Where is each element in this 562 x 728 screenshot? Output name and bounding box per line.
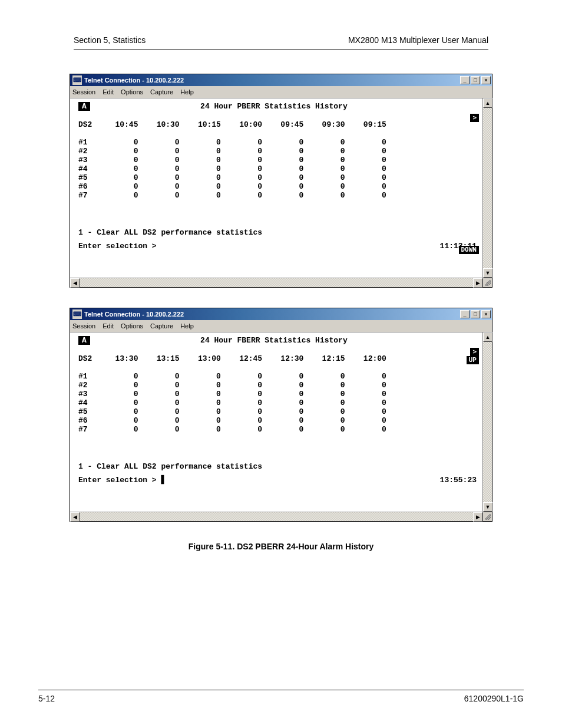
menu-options[interactable]: Options bbox=[121, 88, 143, 95]
close-button[interactable]: × bbox=[481, 76, 491, 84]
clear-stats-option[interactable]: 1 - Clear ALL DS2 performance statistics bbox=[78, 228, 477, 237]
telnet-window-2: ⌨ Telnet Connection - 10.200.2.222 _ □ ×… bbox=[70, 308, 492, 522]
maximize-button[interactable]: □ bbox=[471, 76, 480, 84]
c12: 0 bbox=[216, 147, 221, 156]
d23: 0 bbox=[257, 390, 262, 398]
vscroll-track[interactable] bbox=[483, 108, 492, 268]
horizontal-scrollbar[interactable]: ◀ ▶ bbox=[70, 512, 482, 521]
hscroll-track[interactable] bbox=[80, 512, 473, 521]
selection-prompt[interactable]: Enter selection > bbox=[78, 242, 157, 251]
c10: 0 bbox=[134, 147, 138, 156]
col-1: 13:15 bbox=[157, 354, 180, 363]
terminal[interactable]: A 24 Hour FBERR Statistics History > UP … bbox=[70, 332, 482, 512]
c56: 0 bbox=[382, 182, 386, 191]
d63: 0 bbox=[257, 425, 262, 434]
c05: 0 bbox=[340, 138, 345, 147]
hscroll-track[interactable] bbox=[80, 278, 473, 287]
page-right-icon[interactable]: > bbox=[470, 114, 479, 122]
scroll-down-icon[interactable]: ▼ bbox=[483, 502, 492, 512]
c63: 0 bbox=[257, 191, 262, 200]
menu-capture[interactable]: Capture bbox=[150, 88, 173, 95]
vertical-scrollbar[interactable]: ▲ ▼ bbox=[482, 98, 492, 278]
terminal[interactable]: A 24 Hour PBERR Statistics History > DS2… bbox=[70, 98, 482, 278]
d53: 0 bbox=[257, 416, 262, 425]
d04: 0 bbox=[299, 372, 304, 381]
horizontal-scrollbar[interactable]: ◀ ▶ bbox=[70, 278, 482, 287]
app-icon: ⌨ bbox=[72, 309, 82, 319]
scroll-left-icon[interactable]: ◀ bbox=[70, 512, 80, 522]
c45: 0 bbox=[340, 173, 345, 182]
terminal-title: 24 Hour FBERR Statistics History bbox=[95, 336, 477, 345]
menu-edit[interactable]: Edit bbox=[103, 322, 114, 330]
close-button[interactable]: × bbox=[481, 310, 491, 318]
c32: 0 bbox=[216, 164, 221, 173]
menu-help[interactable]: Help bbox=[180, 88, 194, 95]
c25: 0 bbox=[340, 156, 345, 164]
c03: 0 bbox=[257, 138, 262, 147]
d56: 0 bbox=[382, 416, 386, 425]
d05: 0 bbox=[340, 372, 345, 381]
resize-grip-icon[interactable] bbox=[482, 278, 492, 287]
minimize-button[interactable]: _ bbox=[460, 76, 470, 84]
d31: 0 bbox=[175, 398, 180, 407]
d35: 0 bbox=[340, 398, 345, 407]
scroll-up-icon[interactable]: ▲ bbox=[483, 98, 492, 108]
row-5: #6 bbox=[78, 416, 88, 425]
c00: 0 bbox=[134, 138, 138, 147]
scroll-left-icon[interactable]: ◀ bbox=[70, 278, 80, 288]
footer-rule bbox=[38, 690, 524, 690]
menu-session[interactable]: Session bbox=[72, 88, 95, 95]
d55: 0 bbox=[340, 416, 345, 425]
menu-edit[interactable]: Edit bbox=[103, 88, 114, 95]
vertical-scrollbar[interactable]: ▲ ▼ bbox=[482, 332, 492, 512]
row-3: #4 bbox=[78, 164, 88, 173]
scroll-up-icon[interactable]: ▲ bbox=[483, 332, 492, 342]
c53: 0 bbox=[257, 182, 262, 191]
menu-capture[interactable]: Capture bbox=[150, 322, 173, 330]
row-6: #7 bbox=[78, 425, 88, 434]
c04: 0 bbox=[299, 138, 304, 147]
d16: 0 bbox=[382, 381, 386, 390]
d03: 0 bbox=[257, 372, 262, 381]
resize-grip-icon[interactable] bbox=[482, 512, 492, 521]
d61: 0 bbox=[175, 425, 180, 434]
d64: 0 bbox=[299, 425, 304, 434]
d06: 0 bbox=[382, 372, 386, 381]
col-2: 10:15 bbox=[198, 120, 221, 129]
d51: 0 bbox=[175, 416, 180, 425]
row-5: #6 bbox=[78, 182, 88, 191]
minimize-button[interactable]: _ bbox=[460, 310, 470, 318]
menu-session[interactable]: Session bbox=[72, 322, 95, 330]
scroll-down-icon[interactable]: ▼ bbox=[483, 268, 492, 278]
page-right-icon[interactable]: > bbox=[470, 348, 479, 356]
d54: 0 bbox=[299, 416, 304, 425]
titlebar[interactable]: ⌨ Telnet Connection - 10.200.2.222 _ □ × bbox=[70, 308, 492, 320]
col-1: 10:30 bbox=[157, 120, 180, 129]
c15: 0 bbox=[340, 147, 345, 156]
maximize-button[interactable]: □ bbox=[471, 310, 480, 318]
client-area: A 24 Hour FBERR Statistics History > UP … bbox=[70, 332, 492, 521]
d50: 0 bbox=[134, 416, 138, 425]
vscroll-track[interactable] bbox=[483, 342, 492, 502]
d30: 0 bbox=[134, 398, 138, 407]
menu-options[interactable]: Options bbox=[121, 322, 143, 330]
menu-help[interactable]: Help bbox=[180, 322, 194, 330]
terminal-title: 24 Hour PBERR Statistics History bbox=[95, 102, 477, 111]
col-label: DS2 bbox=[78, 354, 92, 363]
selection-prompt[interactable]: Enter selection > ▋ bbox=[78, 476, 166, 485]
col-3: 12:45 bbox=[239, 354, 262, 363]
scroll-right-icon[interactable]: ▶ bbox=[473, 278, 482, 288]
scroll-right-icon[interactable]: ▶ bbox=[473, 512, 482, 522]
c66: 0 bbox=[382, 191, 386, 200]
clear-stats-option[interactable]: 1 - Clear ALL DS2 performance statistics bbox=[78, 462, 477, 471]
page-up-label[interactable]: UP bbox=[467, 356, 479, 364]
app-icon: ⌨ bbox=[72, 75, 82, 85]
d22: 0 bbox=[216, 390, 221, 398]
c26: 0 bbox=[382, 156, 386, 164]
d33: 0 bbox=[257, 398, 262, 407]
d46: 0 bbox=[382, 407, 386, 416]
menubar: Session Edit Options Capture Help bbox=[70, 86, 492, 98]
titlebar[interactable]: ⌨ Telnet Connection - 10.200.2.222 _ □ × bbox=[70, 74, 492, 86]
page-down-label[interactable]: DOWN bbox=[459, 246, 480, 254]
c31: 0 bbox=[175, 164, 180, 173]
